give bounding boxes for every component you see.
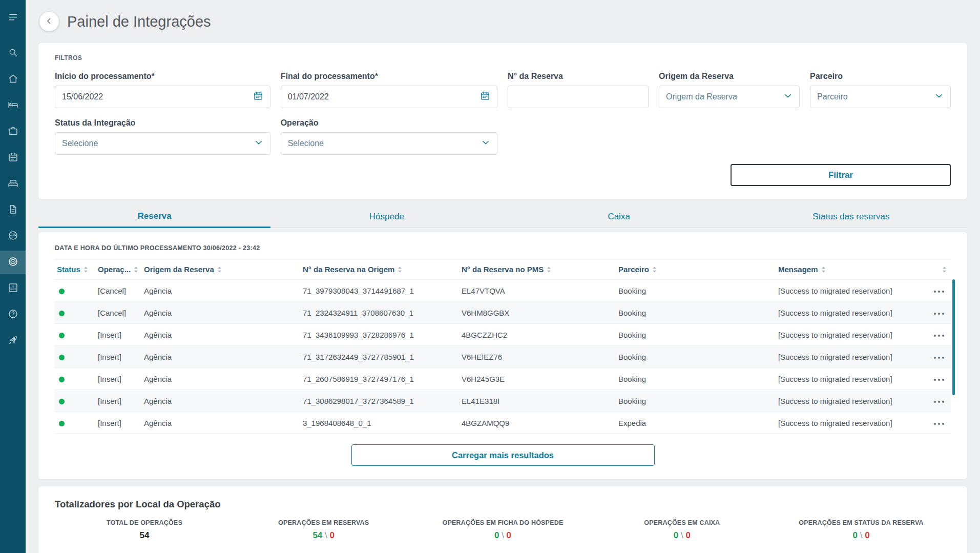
sidebar-item-room[interactable] — [0, 172, 26, 196]
total-label: OPERAÇÕES EM FICHA DO HÓSPEDE — [413, 519, 593, 526]
operation-cell: [Insert] — [96, 346, 142, 368]
status-cell — [55, 346, 96, 368]
sort-icon[interactable] — [398, 266, 402, 273]
operation-cell: [Insert] — [96, 324, 142, 346]
operation-field: Operação Selecione — [281, 118, 497, 155]
table-scrollbar[interactable] — [952, 279, 955, 395]
start-date-value: 15/06/2022 — [62, 92, 103, 101]
sidebar-item-target[interactable] — [0, 251, 26, 274]
sidebar-item-home[interactable] — [0, 68, 26, 91]
filter-button[interactable]: Filtrar — [731, 164, 951, 186]
room-icon — [8, 178, 18, 191]
total-item: OPERAÇÕES EM CAIXA0 \ 0 — [592, 519, 772, 541]
total-value: 0 \ 0 — [772, 530, 951, 541]
partner-cell: Booking — [616, 390, 776, 412]
gauge-icon — [8, 230, 18, 243]
sidebar-item-chart[interactable] — [0, 277, 26, 300]
reservation-origin-field: Origem da Reserva Origem da Reserva — [659, 72, 800, 108]
ellipsis-icon — [933, 356, 945, 359]
integration-status-select[interactable]: Selecione — [55, 132, 270, 155]
sort-icon[interactable] — [547, 266, 551, 273]
reservation-origin-select[interactable]: Origem da Reserva — [659, 86, 800, 108]
sort-icon[interactable] — [84, 266, 88, 273]
status-cell — [55, 324, 96, 346]
table-wrap: StatusOperaç...Origem da ReservaN° da Re… — [55, 259, 951, 434]
results-panel: DATA E HORA DO ÚLTIMO PROCESSAMENTO 30/0… — [38, 232, 967, 479]
row-actions-button[interactable] — [931, 372, 947, 386]
total-value: 54 \ 0 — [234, 530, 413, 541]
column-header[interactable]: N° da Reserva na Origem — [301, 259, 460, 280]
end-date-input[interactable]: 01/07/2022 — [281, 86, 497, 108]
ellipsis-icon — [933, 400, 945, 403]
sidebar-item-calendar[interactable] — [0, 146, 26, 170]
origin-reservation-cell: 71_3979308043_3714491687_1 — [301, 280, 460, 302]
sidebar-item-briefcase[interactable] — [0, 120, 26, 144]
origin-cell: Agência — [142, 412, 301, 434]
partner-cell: Booking — [616, 280, 776, 302]
partner-select[interactable]: Parceiro — [810, 86, 951, 108]
status-dot — [59, 377, 65, 382]
sidebar-item-help[interactable] — [0, 303, 26, 326]
table-row: [Insert]Agência71_3086298017_3727364589_… — [55, 390, 951, 412]
sidebar-item-document[interactable] — [0, 198, 26, 222]
column-header[interactable]: Mensagem — [776, 259, 921, 280]
total-success: 0 — [494, 530, 499, 540]
partner-value: Parceiro — [817, 92, 848, 101]
origin-cell: Agência — [142, 346, 301, 368]
row-actions-button[interactable] — [931, 416, 947, 430]
status-dot — [59, 333, 65, 338]
back-button[interactable] — [39, 12, 59, 31]
sort-icon[interactable] — [652, 266, 657, 273]
sidebar-item-search[interactable] — [0, 42, 26, 65]
integration-status-field: Status da Integração Selecione — [55, 118, 270, 155]
column-header[interactable]: Parceiro — [616, 259, 776, 280]
operation-cell: [Cancel] — [96, 280, 142, 302]
status-cell — [55, 368, 96, 390]
briefcase-icon — [8, 126, 18, 138]
total-error: 0 — [865, 530, 869, 540]
row-actions-button[interactable] — [931, 306, 947, 320]
sidebar-item-menu[interactable] — [0, 6, 26, 30]
row-actions-button[interactable] — [931, 394, 947, 408]
document-icon — [8, 204, 18, 217]
load-more-button[interactable]: Carregar mais resultados — [351, 444, 655, 466]
column-header[interactable]: Operaç... — [96, 259, 142, 280]
pms-reservation-cell: V6H245G3E — [460, 368, 616, 390]
column-header-actions[interactable] — [921, 259, 951, 280]
chevron-down-icon — [481, 138, 490, 149]
row-actions-button[interactable] — [931, 284, 947, 298]
rocket-icon — [8, 335, 18, 347]
sort-icon[interactable] — [942, 266, 947, 273]
sort-icon[interactable] — [134, 266, 138, 273]
total-error: 0 — [507, 530, 511, 540]
tab-status-das-reservas[interactable]: Status das reservas — [735, 206, 967, 228]
totals-row: TOTAL DE OPERAÇÕES54OPERAÇÕES EM RESERVA… — [55, 519, 951, 541]
column-header[interactable]: Status — [55, 259, 96, 280]
column-header[interactable]: N° da Reserva no PMS — [460, 259, 616, 280]
row-actions-button[interactable] — [931, 328, 947, 342]
total-value: 54 — [55, 530, 234, 541]
sidebar-item-gauge[interactable] — [0, 224, 26, 248]
tab-hospede[interactable]: Hóspede — [270, 206, 503, 228]
sidebar-item-bed[interactable] — [0, 94, 26, 117]
message-cell: [Success to migrated reservation] — [776, 280, 921, 302]
start-date-input[interactable]: 15/06/2022 — [55, 86, 270, 108]
menu-icon — [8, 12, 18, 25]
row-actions-button[interactable] — [931, 350, 947, 364]
tab-reserva[interactable]: Reserva — [38, 206, 270, 228]
origin-reservation-cell: 71_3436109993_3728286976_1 — [301, 324, 460, 346]
chevron-left-icon — [45, 16, 54, 27]
column-header[interactable]: Origem da Reserva — [142, 259, 301, 280]
reservation-number-input[interactable] — [508, 86, 649, 108]
operation-select[interactable]: Selecione — [281, 132, 497, 155]
sort-icon[interactable] — [217, 266, 222, 273]
table-row: [Insert]Agência3_1968408648_0_14BGZAMQQ9… — [55, 412, 951, 434]
sidebar-item-rocket[interactable] — [0, 329, 26, 353]
sort-icon[interactable] — [821, 266, 826, 273]
filters-grid: Início do processamento* 15/06/2022 Fina… — [55, 72, 951, 155]
tab-caixa[interactable]: Caixa — [503, 206, 735, 228]
actions-cell — [921, 324, 951, 346]
origin-cell: Agência — [142, 324, 301, 346]
origin-reservation-cell: 71_2607586919_3727497176_1 — [301, 368, 460, 390]
total-success: 0 — [853, 530, 858, 540]
